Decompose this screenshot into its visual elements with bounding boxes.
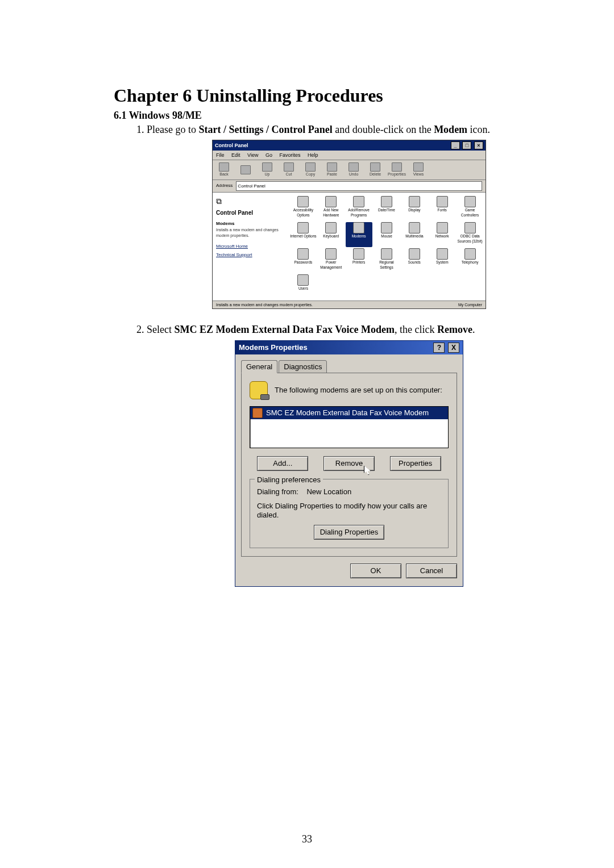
- cp-toolbar: Back Up Cut Copy Paste Undo Delete Prope…: [213, 160, 486, 180]
- properties-button[interactable]: Properties: [390, 456, 441, 471]
- dialing-from-line: Dialing from: New Location: [257, 487, 441, 496]
- tool-undo[interactable]: Undo: [346, 162, 362, 177]
- cp-status-left: Installs a new modem and changes modem p…: [216, 302, 313, 307]
- modem-icon: [250, 381, 268, 399]
- ok-button[interactable]: OK: [350, 564, 401, 578]
- cp-item-add-hardware[interactable]: Add New Hardware: [318, 196, 345, 221]
- address-label: Address: [216, 183, 233, 189]
- md-bottom-buttons: OK Cancel: [241, 564, 457, 578]
- cp-item-display[interactable]: Display: [401, 196, 428, 221]
- modem-item-label: SMC EZ Modem External Data Fax Voice Mod…: [266, 408, 429, 418]
- link-ms-home[interactable]: Microsoft Home: [216, 244, 284, 250]
- cp-window-buttons: _ □ ×: [450, 141, 483, 149]
- cp-item-datetime[interactable]: Date/Time: [374, 196, 400, 221]
- cp-sidebar: ⧉ Control Panel Modems Installs a new mo…: [213, 193, 288, 301]
- md-titlebar: Modems Properties ? X: [235, 341, 463, 354]
- cp-item-regional[interactable]: Regional Settings: [374, 248, 400, 273]
- dialing-preferences-group: Dialing preferences Dialing from: New Lo…: [250, 479, 449, 548]
- tab-diagnostics[interactable]: Diagnostics: [279, 360, 327, 374]
- tool-up[interactable]: Up: [259, 162, 275, 177]
- cp-body: ⧉ Control Panel Modems Installs a new mo…: [213, 193, 486, 301]
- tool-views[interactable]: Views: [410, 162, 426, 177]
- cp-logo-icon: ⧉: [216, 196, 284, 207]
- tool-back[interactable]: Back: [216, 162, 232, 177]
- cp-item-system[interactable]: System: [429, 248, 455, 273]
- cp-titlebar: Control Panel _ □ ×: [213, 140, 486, 151]
- cp-statusbar: Installs a new modem and changes modem p…: [213, 301, 486, 308]
- menu-view[interactable]: View: [247, 152, 258, 158]
- cp-item-passwords[interactable]: Passwords: [290, 248, 317, 273]
- add-button[interactable]: Add...: [257, 456, 308, 471]
- page-number: 33: [0, 833, 614, 845]
- screenshot-modems-properties: Modems Properties ? X General Diagnostic…: [235, 340, 463, 587]
- cp-address-bar: Address: [213, 180, 486, 193]
- md-window-title: Modems Properties: [239, 343, 308, 353]
- tool-forward[interactable]: [238, 165, 254, 174]
- cp-item-power[interactable]: Power Management: [318, 248, 345, 273]
- cp-item-accessibility[interactable]: Accessibility Options: [290, 196, 317, 221]
- cp-status-right: My Computer: [458, 302, 482, 307]
- minimize-icon[interactable]: _: [451, 141, 460, 149]
- group-label: Dialing preferences: [255, 475, 323, 485]
- cp-item-multimedia[interactable]: Multimedia: [401, 222, 428, 247]
- tool-paste[interactable]: Paste: [324, 162, 340, 177]
- tab-general[interactable]: General: [241, 360, 277, 374]
- modem-listbox[interactable]: SMC EZ Modem External Data Fax Voice Mod…: [250, 406, 449, 448]
- cancel-button[interactable]: Cancel: [406, 564, 457, 578]
- step-2: Select SMC EZ Modem External Data Fax Vo…: [147, 323, 551, 586]
- cp-item-telephony[interactable]: Telephony: [457, 248, 483, 273]
- cp-item-odbc[interactable]: ODBC Data Sources (32bit): [457, 222, 483, 247]
- menu-go[interactable]: Go: [265, 152, 272, 158]
- link-tech-support[interactable]: Technical Support: [216, 252, 284, 258]
- modem-list-item-selected[interactable]: SMC EZ Modem External Data Fax Voice Mod…: [250, 407, 448, 419]
- modem-item-icon: [252, 408, 263, 418]
- cp-item-keyboard[interactable]: Keyboard: [318, 222, 345, 247]
- close-icon[interactable]: X: [448, 343, 459, 353]
- address-input[interactable]: [236, 181, 482, 191]
- md-intro-text: The following modems are set up on this …: [275, 385, 442, 395]
- cp-item-sounds[interactable]: Sounds: [401, 248, 428, 273]
- cp-item-network[interactable]: Network: [429, 222, 455, 247]
- cp-sidebar-heading: Control Panel: [216, 209, 284, 217]
- cp-menubar: File Edit View Go Favorites Help: [213, 151, 486, 160]
- section-heading: 6.1 Windows 98/ME: [114, 110, 551, 122]
- cp-item-fonts[interactable]: Fonts: [429, 196, 455, 221]
- cp-item-game[interactable]: Game Controllers: [457, 196, 483, 221]
- close-icon[interactable]: ×: [474, 141, 483, 149]
- cp-window-title: Control Panel: [215, 142, 248, 149]
- tool-delete[interactable]: Delete: [367, 162, 383, 177]
- cp-sidebar-desc: Installs a new modem and changes modem p…: [216, 227, 284, 238]
- tool-copy[interactable]: Copy: [302, 162, 318, 177]
- cp-item-add-remove[interactable]: Add/Remove Programs: [346, 196, 372, 221]
- tool-properties[interactable]: Properties: [389, 162, 405, 177]
- md-button-row: Add... Remove Properties: [250, 456, 449, 471]
- md-body: General Diagnostics The following modems…: [235, 354, 463, 586]
- menu-help[interactable]: Help: [308, 152, 318, 158]
- md-tabs: General Diagnostics: [241, 360, 457, 374]
- help-icon[interactable]: ?: [433, 343, 445, 353]
- md-header-row: The following modems are set up on this …: [250, 381, 449, 399]
- cp-icon-grid: Accessibility Options Add New Hardware A…: [288, 193, 486, 301]
- step-list: Please go to Start / Settings / Control …: [131, 123, 551, 587]
- cp-item-modems[interactable]: Modems: [346, 222, 372, 247]
- maximize-icon[interactable]: □: [462, 141, 471, 149]
- cp-item-mouse[interactable]: Mouse: [374, 222, 400, 247]
- cp-item-internet[interactable]: Internet Options: [290, 222, 317, 247]
- menu-file[interactable]: File: [216, 152, 225, 158]
- menu-favorites[interactable]: Favorites: [279, 152, 300, 158]
- tool-cut[interactable]: Cut: [281, 162, 297, 177]
- chapter-title: Chapter 6 Uninstalling Procedures: [114, 85, 551, 106]
- dialing-properties-button[interactable]: Dialing Properties: [314, 525, 385, 540]
- step-1: Please go to Start / Settings / Control …: [147, 123, 551, 309]
- md-window-buttons: ? X: [432, 343, 459, 353]
- menu-edit[interactable]: Edit: [231, 152, 240, 158]
- dialing-hint: Click Dialing Properties to modify how y…: [257, 502, 441, 519]
- document-page: Chapter 6 Uninstalling Procedures 6.1 Wi…: [0, 0, 614, 868]
- md-panel: The following modems are set up on this …: [241, 373, 457, 557]
- remove-button[interactable]: Remove: [323, 456, 375, 471]
- screenshot-control-panel: Control Panel _ □ × File Edit View Go Fa…: [212, 140, 486, 309]
- cp-item-printers[interactable]: Printers: [346, 248, 372, 273]
- cp-item-users[interactable]: Users: [290, 274, 317, 299]
- cp-sidebar-subheading: Modems: [216, 221, 284, 227]
